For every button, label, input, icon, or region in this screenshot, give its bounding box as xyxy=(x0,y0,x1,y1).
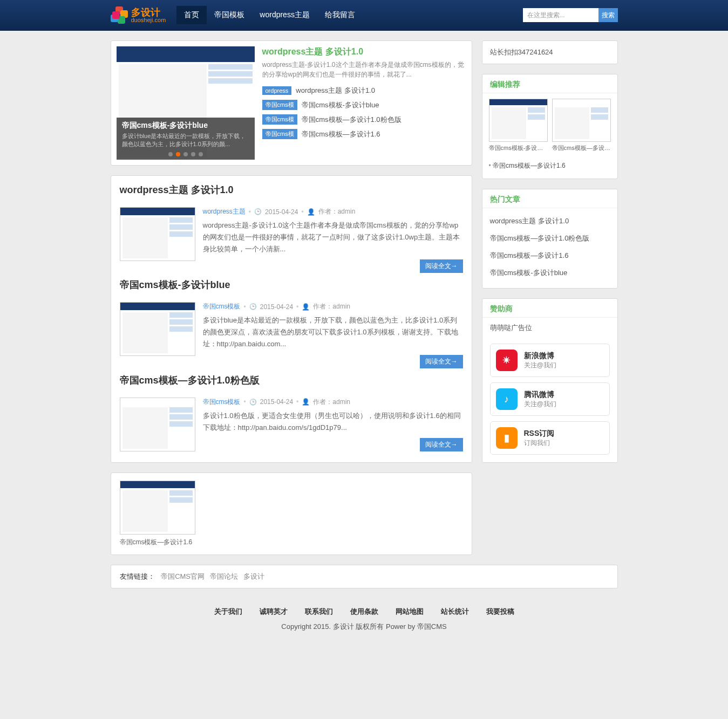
search-button[interactable]: 搜索 xyxy=(598,8,618,22)
card-title: 帝国cms模板—多设计1.6 xyxy=(120,538,195,547)
footer-link[interactable]: 我要投稿 xyxy=(486,607,514,615)
post-category[interactable]: 帝国cms模板 xyxy=(203,302,241,311)
hot-link[interactable]: 帝国cms模板—多设计1.6 xyxy=(490,251,569,259)
post-date: 2015-04-24 xyxy=(265,208,298,216)
hot-link[interactable]: 帝国cms模板-多设计blue xyxy=(490,269,568,277)
copyright: Copyright 2015. 多设计 版权所有 Power by 帝国CMS xyxy=(0,622,728,632)
post-thumb[interactable] xyxy=(120,398,195,451)
footer: 关于我们诚聘英才联系我们使用条款网站地图站长统计我要投稿 Copyright 2… xyxy=(0,598,728,645)
sponsor-text: 萌萌哒广告位 xyxy=(482,318,617,338)
recommend-caption: 帝国cms模板—多设计1.0粉 xyxy=(552,144,611,152)
nav-item[interactable]: wordpress主题 xyxy=(252,6,317,24)
social-name: 新浪微博 xyxy=(524,351,556,361)
footer-link[interactable]: 关于我们 xyxy=(214,607,242,615)
nav-item[interactable]: 给我留言 xyxy=(317,6,363,24)
card-thumb xyxy=(120,481,195,535)
footer-link[interactable]: 站长统计 xyxy=(441,607,469,615)
hero-list-link[interactable]: wordpress主题 多设计1.0 xyxy=(296,86,375,95)
post-author: 作者：admin xyxy=(313,302,350,311)
social-name: RSS订阅 xyxy=(524,429,555,439)
recommend-extra[interactable]: 帝国cms模板—多设计1.6 xyxy=(489,160,611,172)
slider-dots[interactable] xyxy=(168,152,203,156)
clock-icon: 🕒 xyxy=(254,208,262,215)
hero-tag: 帝国cms模 xyxy=(262,114,297,125)
search-box: 搜索 xyxy=(523,8,618,22)
nav-item[interactable]: 首页 xyxy=(176,6,207,24)
post-excerpt: 多设计blue是本站最近的一款模板，开放下载，颜色以蓝色为主，比多设计1.0系列… xyxy=(203,314,463,350)
friend-links: 友情链接： 帝国CMS官网帝国论坛多设计 xyxy=(111,565,618,588)
post-author: 作者：admin xyxy=(318,207,356,216)
logo[interactable]: 多设计 duosheji.com xyxy=(111,6,166,24)
social-name: 腾讯微博 xyxy=(524,390,556,400)
clock-icon: 🕒 xyxy=(249,399,257,406)
search-input[interactable] xyxy=(523,8,598,22)
footer-link[interactable]: 联系我们 xyxy=(305,607,333,615)
recommend-title: 编辑推荐 xyxy=(482,74,617,93)
qq-panel: 站长扣扣347241624 xyxy=(482,40,618,64)
recommend-thumb xyxy=(552,99,611,142)
readmore-button[interactable]: 阅读全文→ xyxy=(420,438,463,451)
post-category[interactable]: wordpress主题 xyxy=(203,207,246,216)
post-title[interactable]: 帝国cms模板-多设计blue xyxy=(120,278,463,291)
social-item[interactable]: ✴新浪微博关注@我们 xyxy=(490,344,610,377)
card-panel: 帝国cms模板—多设计1.6 xyxy=(111,473,472,555)
footer-link[interactable]: 诚聘英才 xyxy=(260,607,288,615)
social-icon: ♪ xyxy=(496,388,518,410)
post-thumb[interactable] xyxy=(120,207,195,261)
hero-tag: 帝国cms模 xyxy=(262,100,297,110)
slider-desc: 多设计blue是本站最近的一款模板，开放下载，颜色以蓝色为主，比多设计1.0系列… xyxy=(122,132,249,148)
post-thumb[interactable] xyxy=(120,302,195,356)
header: 多设计 duosheji.com 首页帝国模板wordpress主题给我留言 搜… xyxy=(0,0,728,31)
card-item[interactable]: 帝国cms模板—多设计1.6 xyxy=(120,481,195,547)
user-icon: 👤 xyxy=(307,208,315,216)
recommend-thumb xyxy=(489,99,548,142)
hero-slider[interactable]: 帝国cms模板-多设计blue 多设计blue是本站最近的一款模板，开放下载，颜… xyxy=(117,46,255,160)
footer-nav: 关于我们诚聘英才联系我们使用条款网站地图站长统计我要投稿 xyxy=(0,607,728,617)
recommend-item[interactable]: 帝国cms模板-多设计blue xyxy=(489,99,548,152)
social-item[interactable]: ▮RSS订阅订阅我们 xyxy=(490,421,610,455)
hero-list-link[interactable]: 帝国cms模板—多设计1.6 xyxy=(302,129,380,139)
post-excerpt: wordpress主题-多设计1.0这个主题作者本身是做成帝国cms模板的，觉的… xyxy=(203,220,463,255)
social-icon: ✴ xyxy=(496,350,518,371)
hero-list: ordpresswordpress主题 多设计1.0帝国cms模帝国cms模板-… xyxy=(262,84,466,141)
social-sub: 关注@我们 xyxy=(524,400,556,409)
posts-panel: wordpress主题 多设计1.0wordpress主题•🕒2015-04-2… xyxy=(111,175,472,463)
friend-link[interactable]: 帝国CMS官网 xyxy=(161,572,205,580)
hot-link[interactable]: 帝国cms模板—多设计1.0粉色版 xyxy=(490,234,590,242)
main-nav: 首页帝国模板wordpress主题给我留言 xyxy=(176,6,363,24)
friend-link[interactable]: 多设计 xyxy=(243,572,264,580)
nav-item[interactable]: 帝国模板 xyxy=(207,6,252,24)
clock-icon: 🕒 xyxy=(249,303,257,310)
user-icon: 👤 xyxy=(302,398,310,406)
hot-link[interactable]: wordpress主题 多设计1.0 xyxy=(490,217,569,225)
post-title[interactable]: wordpress主题 多设计1.0 xyxy=(120,183,463,196)
hero-featured-desc: wordpress主题-多设计1.0这个主题作者本身是做成帝国cms模板的，觉的… xyxy=(262,60,466,79)
hero-list-link[interactable]: 帝国cms模板—多设计1.0粉色版 xyxy=(302,115,402,125)
post-title[interactable]: 帝国cms模板—多设计1.0粉色版 xyxy=(120,374,463,387)
post-author: 作者：admin xyxy=(313,398,350,407)
social-sub: 关注@我们 xyxy=(524,361,556,370)
readmore-button[interactable]: 阅读全文→ xyxy=(420,355,463,368)
friend-link[interactable]: 帝国论坛 xyxy=(210,572,238,580)
recommend-item[interactable]: 帝国cms模板—多设计1.0粉 xyxy=(552,99,611,152)
hero-tag: 帝国cms模 xyxy=(262,129,297,139)
post-date: 2015-04-24 xyxy=(260,303,293,311)
logo-text-cn: 多设计 xyxy=(131,8,166,17)
sponsor-panel: 赞助商 萌萌哒广告位 ✴新浪微博关注@我们♪腾讯微博关注@我们▮RSS订阅订阅我… xyxy=(482,298,618,463)
social-item[interactable]: ♪腾讯微博关注@我们 xyxy=(490,382,610,416)
hero-tag: ordpress xyxy=(262,86,292,95)
footer-link[interactable]: 使用条款 xyxy=(350,607,378,615)
hero-featured-title[interactable]: wordpress主题 多设计1.0 xyxy=(262,46,466,58)
social-icon: ▮ xyxy=(496,427,518,449)
recommend-panel: 编辑推荐 帝国cms模板-多设计blue帝国cms模板—多设计1.0粉 帝国cm… xyxy=(482,74,618,179)
hero-panel: 帝国cms模板-多设计blue 多设计blue是本站最近的一款模板，开放下载，颜… xyxy=(111,40,472,166)
readmore-button[interactable]: 阅读全文→ xyxy=(420,259,463,273)
recommend-caption: 帝国cms模板-多设计blue xyxy=(489,144,548,152)
hot-title: 热门文章 xyxy=(482,189,617,208)
post-excerpt: 多设计1.0粉色版，更适合女生使用（男生也可以哈），使用说明和多设计1.6的相同… xyxy=(203,410,463,434)
post-category[interactable]: 帝国cms模板 xyxy=(203,398,241,407)
post-date: 2015-04-24 xyxy=(260,398,293,406)
hero-list-link[interactable]: 帝国cms模板-多设计blue xyxy=(302,100,379,110)
footer-link[interactable]: 网站地图 xyxy=(396,607,424,615)
slider-title: 帝国cms模板-多设计blue xyxy=(122,121,249,131)
